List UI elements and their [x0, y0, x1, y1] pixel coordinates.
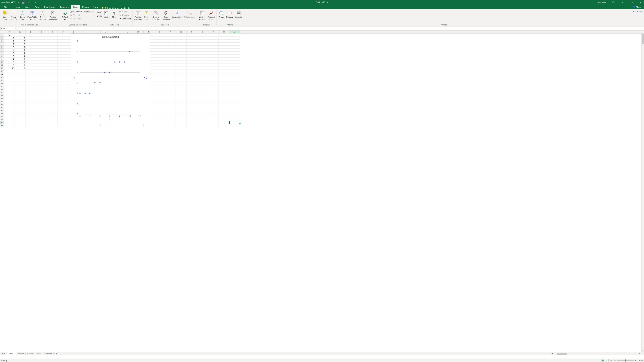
cell-P12[interactable] — [165, 67, 176, 70]
cell-G31[interactable] — [68, 124, 79, 127]
chart-title[interactable]: Data Gathered — [71, 34, 150, 39]
cell-U17[interactable] — [219, 82, 230, 85]
row-header-9[interactable]: 9 — [0, 58, 4, 61]
cell-S22[interactable] — [197, 97, 208, 100]
cancel-formula-icon[interactable]: ✕ — [18, 27, 20, 30]
from-table-button[interactable]: From Table/ Range — [27, 10, 38, 21]
cell-F4[interactable] — [58, 42, 68, 45]
row-header-23[interactable]: 23 — [0, 100, 4, 103]
cell-S18[interactable] — [197, 85, 208, 88]
row-header-25[interactable]: 25 — [0, 106, 4, 109]
cell-P19[interactable] — [165, 88, 176, 91]
cell-B19[interactable] — [15, 88, 26, 91]
sheet-tab-sheet1[interactable]: Sheet1 — [7, 352, 16, 355]
filter-button[interactable]: Filter — [110, 10, 118, 18]
row-header-27[interactable]: 27 — [0, 112, 4, 115]
cell-R31[interactable] — [186, 124, 197, 127]
cell-U19[interactable] — [219, 88, 230, 91]
cell-P14[interactable] — [165, 73, 176, 76]
cell-V5[interactable] — [230, 45, 240, 49]
cell-R17[interactable] — [186, 82, 197, 85]
cell-B6[interactable]: 3 — [15, 49, 26, 52]
cell-R7[interactable] — [186, 52, 197, 55]
cell-F30[interactable] — [58, 121, 68, 124]
cell-P4[interactable] — [165, 42, 176, 45]
row-header-16[interactable]: 16 — [0, 79, 4, 82]
sheet-tab-sheet3[interactable]: Sheet3 — [26, 352, 35, 355]
cell-Q8[interactable] — [176, 55, 186, 58]
cell-A23[interactable] — [4, 100, 15, 103]
cell-T8[interactable] — [208, 55, 219, 58]
cell-T29[interactable] — [208, 118, 219, 121]
cell-Q29[interactable] — [176, 118, 186, 121]
cell-C14[interactable] — [26, 73, 36, 76]
cell-Q31[interactable] — [176, 124, 186, 127]
cell-U11[interactable] — [219, 64, 230, 67]
cell-R15[interactable] — [186, 76, 197, 79]
cell-F27[interactable] — [58, 112, 68, 115]
cell-R5[interactable] — [186, 45, 197, 49]
cell-C19[interactable] — [26, 88, 36, 91]
cell-R4[interactable] — [186, 42, 197, 45]
cell-V30[interactable] — [230, 121, 240, 124]
forecast-sheet-button[interactable]: Forecast Sheet — [207, 10, 215, 21]
cell-Q17[interactable] — [176, 82, 186, 85]
column-header-G[interactable]: G — [68, 30, 79, 33]
select-all-corner[interactable] — [0, 30, 4, 33]
cell-S21[interactable] — [197, 94, 208, 97]
cell-A22[interactable] — [4, 97, 15, 100]
cell-S29[interactable] — [197, 118, 208, 121]
cell-J31[interactable] — [100, 124, 111, 127]
data-point[interactable] — [124, 61, 126, 62]
cell-C25[interactable] — [26, 106, 36, 109]
cell-B23[interactable] — [15, 100, 26, 103]
cell-U4[interactable] — [219, 42, 230, 45]
row-header-14[interactable]: 14 — [0, 73, 4, 76]
cell-F28[interactable] — [58, 115, 68, 118]
cell-T6[interactable] — [208, 49, 219, 52]
tab-insert[interactable]: Insert — [23, 5, 32, 9]
cell-D1[interactable] — [36, 33, 47, 36]
cell-B3[interactable]: 2 — [15, 39, 26, 42]
cell-E17[interactable] — [47, 82, 58, 85]
cell-P6[interactable] — [165, 49, 176, 52]
cell-B22[interactable] — [15, 97, 26, 100]
cell-E29[interactable] — [47, 118, 58, 121]
cell-F6[interactable] — [58, 49, 68, 52]
cell-A2[interactable]: 0 — [4, 36, 15, 39]
cell-F25[interactable] — [58, 106, 68, 109]
scroll-right-icon[interactable]: ▶ — [639, 353, 641, 355]
cell-F16[interactable] — [58, 79, 68, 82]
cell-A11[interactable]: 9 — [4, 64, 15, 67]
cell-A16[interactable] — [4, 79, 15, 82]
cell-S14[interactable] — [197, 73, 208, 76]
cell-Q24[interactable] — [176, 103, 186, 106]
cell-U28[interactable] — [219, 115, 230, 118]
cell-O2[interactable] — [154, 36, 165, 39]
cell-C11[interactable] — [26, 64, 36, 67]
cell-Q22[interactable] — [176, 97, 186, 100]
cell-R1[interactable] — [186, 33, 197, 36]
cell-P3[interactable] — [165, 39, 176, 42]
cell-B29[interactable] — [15, 118, 26, 121]
share-button[interactable]: 👤 Share — [632, 5, 642, 9]
cell-B11[interactable]: 5 — [15, 64, 26, 67]
cell-T26[interactable] — [208, 109, 219, 112]
cell-T1[interactable] — [208, 33, 219, 36]
cell-E4[interactable] — [47, 42, 58, 45]
cell-F29[interactable] — [58, 118, 68, 121]
column-header-P[interactable]: P — [165, 30, 176, 33]
column-header-O[interactable]: O — [154, 30, 165, 33]
cell-F5[interactable] — [58, 45, 68, 49]
autosave-toggle[interactable]: AutoSave Off — [1, 1, 19, 3]
row-header-4[interactable]: 4 — [0, 42, 4, 45]
cell-D29[interactable] — [36, 118, 47, 121]
data-point[interactable] — [109, 72, 110, 73]
cell-A1[interactable]: x — [4, 33, 15, 36]
row-header-1[interactable]: 1 — [0, 33, 4, 36]
cell-O15[interactable] — [154, 76, 165, 79]
flash-fill-button[interactable]: Flash Fill — [143, 10, 150, 21]
cell-V13[interactable] — [230, 70, 240, 73]
data-point[interactable] — [99, 82, 100, 83]
cell-C29[interactable] — [26, 118, 36, 121]
